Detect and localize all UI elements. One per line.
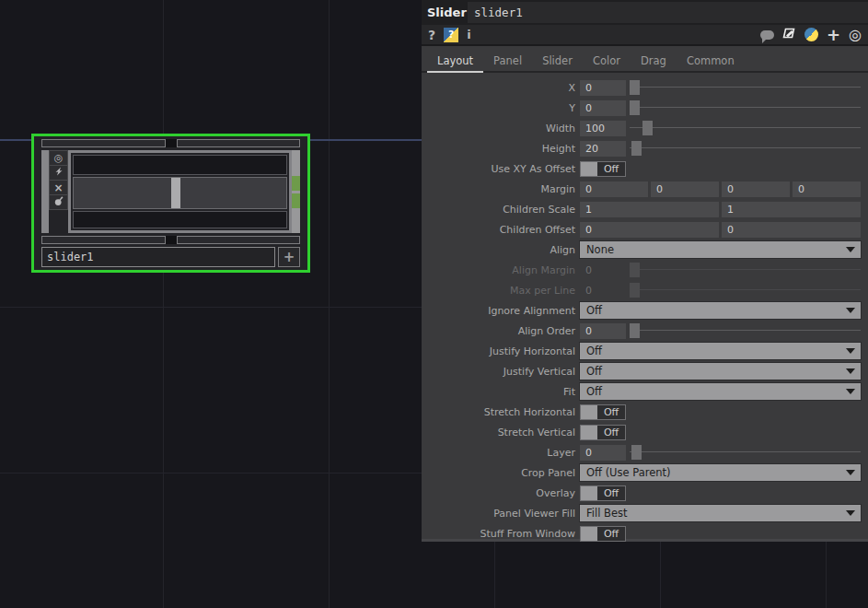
top-connector-left[interactable] — [41, 139, 166, 147]
display-flag-button[interactable]: ◎ — [49, 150, 68, 166]
justify-vertical-dropdown[interactable]: Off — [580, 363, 861, 380]
children-offset-value-field-1[interactable]: 0 — [722, 222, 861, 238]
x-slider[interactable] — [630, 79, 861, 96]
max-per-line-slider-track — [630, 289, 861, 290]
top-connector[interactable] — [41, 139, 300, 147]
output-connector-green[interactable] — [292, 193, 300, 208]
notes-icon[interactable] — [782, 26, 796, 43]
y-value-field[interactable]: 0 — [580, 100, 626, 116]
width-slider-handle[interactable] — [642, 121, 653, 135]
param-label-y: Y — [422, 102, 580, 114]
viewer-slider-area[interactable] — [73, 177, 287, 209]
children-scale-value-field-1[interactable]: 1 — [722, 202, 861, 217]
stuff-from-window-toggle[interactable]: Off — [580, 526, 626, 542]
justify-horizontal-dropdown[interactable]: Off — [580, 343, 861, 359]
param-label-height: Height — [422, 143, 580, 155]
overlay-toggle[interactable]: Off — [580, 485, 626, 501]
width-value-field[interactable]: 100 — [580, 121, 626, 136]
node-add-button[interactable]: + — [278, 247, 300, 267]
align-dropdown[interactable]: None — [580, 241, 861, 258]
panel-viewer-fill-dropdown[interactable]: Fill Best — [580, 505, 861, 521]
layer-slider-handle[interactable] — [631, 445, 642, 460]
y-slider-handle[interactable] — [630, 100, 640, 115]
stretch-horizontal-toggle[interactable]: Off — [580, 404, 626, 420]
ignore-alignment-dropdown[interactable]: Off — [580, 302, 861, 319]
children-scale-value-field-0[interactable]: 1 — [580, 202, 719, 217]
align-order-slider-track — [630, 330, 861, 331]
operator-name-field[interactable]: slider1 — [468, 2, 868, 23]
param-label-margin: Margin — [422, 183, 580, 195]
param-control-fit: Off — [580, 383, 861, 400]
y-slider[interactable] — [630, 99, 861, 116]
parameter-list: X0Y0Width100Height20Use XY As OffsetOffM… — [422, 73, 868, 544]
height-slider[interactable] — [630, 140, 861, 157]
height-value-field[interactable]: 20 — [580, 141, 626, 157]
align-order-slider-handle[interactable] — [630, 323, 640, 338]
height-slider-handle[interactable] — [631, 141, 642, 156]
stretch-horizontal-toggle-knob[interactable] — [581, 405, 597, 419]
bottom-connector-left[interactable] — [41, 236, 166, 244]
output-connector-green[interactable] — [292, 176, 300, 191]
width-slider-track — [630, 127, 861, 128]
lightning-flag-button[interactable] — [49, 165, 68, 181]
top-connector-right[interactable] — [177, 139, 301, 147]
width-slider[interactable] — [630, 120, 861, 136]
tab-panel[interactable]: Panel — [483, 51, 532, 71]
info-icon[interactable]: i — [467, 28, 470, 41]
margin-value-field-2[interactable]: 0 — [722, 181, 790, 197]
param-control-justify-vertical: Off — [580, 363, 861, 380]
param-control-align: None — [580, 241, 861, 258]
python-help-icon[interactable]: ? — [444, 28, 458, 42]
node-body: ◎× — [41, 148, 300, 235]
margin-value-field-0[interactable]: 0 — [580, 181, 648, 197]
dialog-titlebar[interactable]: Slider slider1 — [422, 0, 868, 25]
use-xy-as-offset-toggle-knob[interactable] — [581, 162, 597, 176]
bullseye-icon[interactable]: ◎ — [849, 28, 862, 41]
margin-value-field-1[interactable]: 0 — [651, 181, 719, 197]
param-control-children-scale: 11 — [580, 201, 861, 217]
grid-line-vertical — [329, 0, 330, 608]
overlay-toggle-knob[interactable] — [581, 486, 597, 500]
stretch-vertical-toggle[interactable]: Off — [580, 425, 626, 440]
max-per-line-slider — [630, 282, 861, 298]
node-slider1[interactable]: ◎× slider1 + — [31, 134, 310, 273]
node-name-field[interactable]: slider1 — [41, 247, 275, 267]
tab-slider[interactable]: Slider — [532, 51, 583, 71]
tab-color[interactable]: Color — [583, 51, 631, 71]
align-order-value-field[interactable]: 0 — [580, 323, 626, 339]
tab-common[interactable]: Common — [677, 51, 745, 71]
panel-viewer[interactable] — [68, 150, 292, 233]
param-row-height: Height20 — [422, 138, 868, 158]
margin-value-field-3[interactable]: 0 — [793, 181, 861, 197]
crop-panel-dropdown[interactable]: Off (Use Parent) — [580, 464, 861, 481]
help-icon[interactable]: ? — [428, 28, 435, 42]
fit-dropdown[interactable]: Off — [580, 383, 861, 400]
param-label-children-scale: Children Scale — [422, 204, 580, 216]
comment-icon[interactable] — [760, 30, 774, 40]
param-control-crop-panel: Off (Use Parent) — [580, 464, 861, 481]
tab-drag[interactable]: Drag — [631, 51, 677, 71]
layer-value-field[interactable]: 0 — [580, 445, 626, 461]
layer-slider[interactable] — [630, 444, 861, 461]
param-row-margin: Margin0000 — [422, 179, 868, 199]
slider-knob[interactable] — [171, 178, 180, 208]
tab-layout[interactable]: Layout — [427, 51, 483, 73]
bomb-flag-button[interactable] — [49, 194, 68, 210]
python-icon[interactable] — [804, 28, 818, 41]
x-slider-handle[interactable] — [630, 80, 640, 95]
x-value-field[interactable]: 0 — [580, 80, 626, 96]
use-xy-as-offset-toggle[interactable]: Off — [580, 161, 626, 177]
children-offset-value-field-0[interactable]: 0 — [580, 222, 719, 238]
stretch-vertical-toggle-knob[interactable] — [581, 426, 597, 439]
bottom-connector[interactable] — [41, 236, 300, 244]
node-flag-strip[interactable] — [41, 150, 49, 233]
bypass-x-flag-button[interactable]: × — [49, 180, 68, 195]
align-order-slider[interactable] — [630, 322, 861, 339]
plus-icon[interactable]: + — [827, 29, 840, 41]
param-row-stretch-horizontal: Stretch HorizontalOff — [422, 402, 868, 422]
children-offset-field-group: 00 — [580, 222, 861, 238]
y-slider-track — [630, 107, 861, 108]
stuff-from-window-toggle-knob[interactable] — [581, 527, 597, 541]
bottom-connector-right[interactable] — [177, 236, 301, 244]
align-margin-value-field: 0 — [580, 263, 626, 278]
